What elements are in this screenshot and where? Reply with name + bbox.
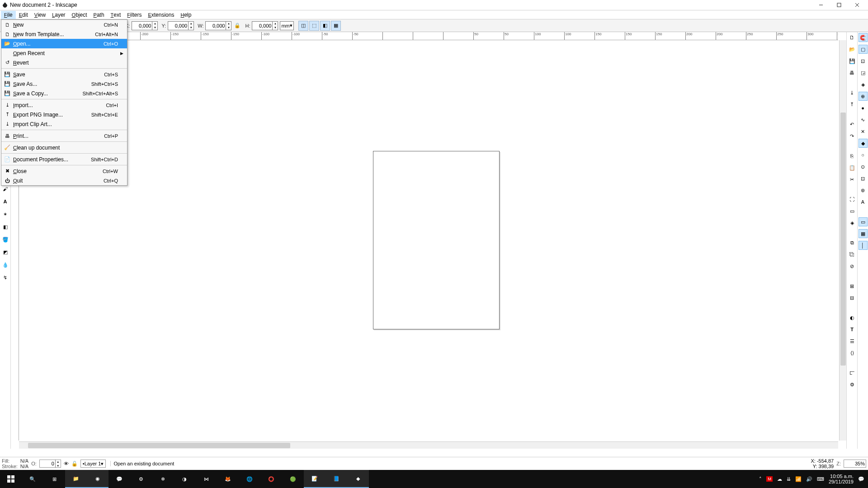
menu-item-close[interactable]: ✖CloseCtrl+W bbox=[1, 166, 127, 176]
tray-app-icon[interactable]: M bbox=[766, 476, 773, 482]
snap-guide-icon[interactable]: │ bbox=[859, 241, 868, 250]
snap-intersect-icon[interactable]: ✕ bbox=[859, 127, 868, 136]
print-icon[interactable]: 🖶 bbox=[848, 68, 857, 77]
menu-item-import-clip-art[interactable]: ⤓Import Clip Art... bbox=[1, 119, 127, 129]
lock-aspect-icon[interactable]: 🔒 bbox=[233, 22, 241, 30]
open-icon[interactable]: 📂 bbox=[848, 45, 857, 54]
spray-tool[interactable]: ✶ bbox=[0, 209, 10, 219]
snap-edge-icon[interactable]: ⊡ bbox=[859, 56, 868, 66]
menu-item-new[interactable]: 🗋NewCtrl+N bbox=[1, 20, 127, 29]
xml-icon[interactable]: ⟨⟩ bbox=[848, 348, 857, 357]
layer-lock-icon[interactable]: 🔓 bbox=[71, 461, 78, 467]
menu-item-save[interactable]: 💾SaveCtrl+S bbox=[1, 70, 127, 79]
app-icon-5[interactable]: 🟢 bbox=[282, 470, 304, 488]
menu-item-revert[interactable]: ↺Revert bbox=[1, 58, 127, 67]
snap-page-icon[interactable]: ▭ bbox=[859, 217, 868, 226]
edge-icon[interactable]: 🌐 bbox=[239, 470, 260, 488]
inkscape-taskbar-icon[interactable]: ◆ bbox=[347, 470, 369, 488]
menu-object[interactable]: Object bbox=[69, 11, 90, 19]
tray-dropbox-icon[interactable]: ⇊ bbox=[787, 476, 791, 482]
snap-center-icon[interactable]: ⊕ bbox=[859, 92, 868, 101]
menu-text[interactable]: Text bbox=[108, 11, 124, 19]
firefox-icon[interactable]: 🦊 bbox=[217, 470, 239, 488]
snap-corner-icon[interactable]: ◲ bbox=[859, 68, 868, 77]
snap-midpoint-icon[interactable]: ◈ bbox=[859, 80, 868, 89]
menu-file[interactable]: File bbox=[1, 11, 16, 19]
snap-path-icon[interactable]: ∿ bbox=[859, 115, 868, 124]
opacity-field[interactable]: ▲▼ bbox=[39, 460, 61, 468]
snap-line-mid-icon[interactable]: ⊙ bbox=[859, 162, 868, 171]
layer-selector[interactable]: • Layer 1 ▾ bbox=[80, 460, 106, 468]
copy-icon[interactable]: ⎘ bbox=[848, 151, 857, 160]
menu-edit[interactable]: Edit bbox=[16, 11, 31, 19]
gradient-tool[interactable]: ◩ bbox=[0, 247, 10, 257]
snap-smooth-icon[interactable]: ○ bbox=[859, 150, 868, 160]
snap-enable-icon[interactable]: 🧲 bbox=[859, 33, 868, 42]
scrollbar-horizontal[interactable] bbox=[19, 441, 838, 449]
opera-icon[interactable]: ⭕ bbox=[260, 470, 282, 488]
zoom-field[interactable]: 35% bbox=[844, 460, 866, 468]
menu-item-save-a-copy[interactable]: 💾Save a Copy...Shift+Ctrl+Alt+S bbox=[1, 89, 127, 98]
snap-grid-icon[interactable]: ▦ bbox=[859, 229, 868, 238]
duplicate-icon[interactable]: ⧉ bbox=[848, 238, 857, 247]
snap-rotation-icon[interactable]: ⊛ bbox=[859, 186, 868, 195]
export-icon[interactable]: ⤒ bbox=[848, 100, 857, 109]
group-icon[interactable]: ⊞ bbox=[848, 282, 857, 291]
notepad-icon[interactable]: 📝 bbox=[304, 470, 326, 488]
eraser-tool[interactable]: ◧ bbox=[0, 222, 10, 232]
menu-item-open[interactable]: 📂Open...Ctrl+O bbox=[1, 39, 127, 48]
menu-item-clean-up-document[interactable]: 🧹Clean up document bbox=[1, 143, 127, 152]
chrome-icon[interactable]: ◉ bbox=[87, 470, 108, 488]
snap-cusp-icon[interactable]: ◆ bbox=[859, 139, 868, 148]
menu-item-save-as[interactable]: 💾Save As...Shift+Ctrl+S bbox=[1, 79, 127, 89]
word-icon[interactable]: 📘 bbox=[326, 470, 347, 488]
menu-layer[interactable]: Layer bbox=[49, 11, 68, 19]
close-button[interactable] bbox=[848, 0, 866, 10]
snap-object-mid-icon[interactable]: ⊡ bbox=[859, 174, 868, 183]
minimize-button[interactable] bbox=[812, 0, 830, 10]
align-icon[interactable]: ⫍ bbox=[848, 368, 857, 377]
menu-item-import[interactable]: ⤓Import...Ctrl+I bbox=[1, 100, 127, 110]
affect-gradient-icon[interactable]: ◧ bbox=[320, 21, 330, 31]
zoom-drawing-icon[interactable]: ◈ bbox=[848, 218, 857, 227]
search-icon[interactable]: 🔍 bbox=[22, 470, 43, 488]
x-field[interactable]: ▲▼ bbox=[132, 21, 158, 30]
import-icon[interactable]: ⤓ bbox=[848, 88, 857, 97]
undo-icon[interactable]: ↶ bbox=[848, 120, 857, 129]
menu-path[interactable]: Path bbox=[90, 11, 108, 19]
text-tool[interactable]: A bbox=[0, 197, 10, 206]
menu-filters[interactable]: Filters bbox=[124, 11, 145, 19]
tray-volume-icon[interactable]: 🔊 bbox=[806, 476, 812, 482]
connector-tool[interactable]: ↯ bbox=[0, 272, 10, 282]
app-icon-2[interactable]: ⚙ bbox=[130, 470, 152, 488]
unlink-icon[interactable]: ⊘ bbox=[848, 262, 857, 271]
tray-cloud-icon[interactable]: ☁ bbox=[777, 476, 782, 482]
menu-item-print[interactable]: 🖶Print...Ctrl+P bbox=[1, 131, 127, 141]
tray-lang-icon[interactable]: ⌨ bbox=[817, 476, 824, 482]
paste-icon[interactable]: 📋 bbox=[848, 163, 857, 172]
app-icon-1[interactable]: 💬 bbox=[108, 470, 130, 488]
stroke-value[interactable]: N/A bbox=[20, 464, 28, 469]
affect-stroke-icon[interactable]: ◫ bbox=[298, 21, 308, 31]
menu-help[interactable]: Help bbox=[177, 11, 194, 19]
save-icon[interactable]: 💾 bbox=[848, 56, 857, 66]
redo-icon[interactable]: ↷ bbox=[848, 131, 857, 141]
menu-item-quit[interactable]: ⏻QuitCtrl+Q bbox=[1, 176, 127, 185]
menu-view[interactable]: View bbox=[31, 11, 49, 19]
w-field[interactable]: ▲▼ bbox=[205, 21, 231, 30]
maximize-button[interactable] bbox=[830, 0, 848, 10]
zoom-fit-icon[interactable]: ⛶ bbox=[848, 195, 857, 204]
menu-item-new-from-template[interactable]: 🗋New from Template...Ctrl+Alt+N bbox=[1, 29, 127, 39]
bucket-tool[interactable]: 🪣 bbox=[0, 235, 10, 244]
y-field[interactable]: ▲▼ bbox=[168, 21, 194, 30]
text-dialog-icon[interactable]: T bbox=[848, 325, 857, 334]
system-tray[interactable]: ˄ M ☁ ⇊ 📶 🔊 ⌨ 10:05 a.m. 29/11/2019 💬 bbox=[759, 474, 868, 484]
snap-bbox-icon[interactable]: ▢ bbox=[859, 45, 868, 54]
clone-icon[interactable]: ⿻ bbox=[848, 250, 857, 259]
prefs-icon[interactable]: ⚙ bbox=[848, 380, 857, 389]
tray-up-icon[interactable]: ˄ bbox=[759, 476, 762, 482]
explorer-icon[interactable]: 📁 bbox=[65, 470, 87, 488]
app-icon-4[interactable]: ◑ bbox=[174, 470, 195, 488]
layer-visibility-icon[interactable]: 👁 bbox=[64, 461, 69, 466]
canvas[interactable] bbox=[19, 40, 838, 441]
